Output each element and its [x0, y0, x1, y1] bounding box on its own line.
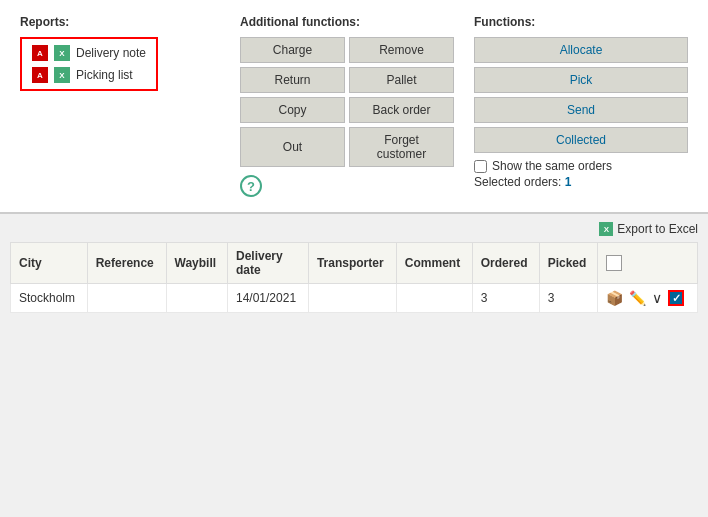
reports-panel: Reports: A X Delivery note A X Picking l…	[10, 10, 230, 202]
functions-buttons: Allocate Pick Send Collected	[474, 37, 688, 153]
cell-delivery-date: 14/01/2021	[228, 284, 309, 313]
show-same-orders-checkbox[interactable]	[474, 160, 487, 173]
table-header-row: City Reference Waybill Deliverydate Tran…	[11, 243, 698, 284]
pdf-icon-delivery: A	[32, 45, 48, 61]
help-button[interactable]: ?	[240, 175, 262, 197]
cell-picked: 3	[539, 284, 598, 313]
excel-icon: X	[599, 222, 613, 236]
cell-actions: 📦 ✏️ ∨	[598, 284, 698, 313]
charge-button[interactable]: Charge	[240, 37, 345, 63]
col-waybill: Waybill	[166, 243, 228, 284]
chevron-down-icon[interactable]: ∨	[652, 290, 662, 306]
selected-orders-count: 1	[565, 175, 572, 189]
selected-orders-row: Selected orders: 1	[474, 175, 688, 189]
cell-ordered: 3	[472, 284, 539, 313]
col-city: City	[11, 243, 88, 284]
export-row: X Export to Excel	[10, 222, 698, 236]
row-actions: 📦 ✏️ ∨	[606, 290, 689, 306]
reports-box: A X Delivery note A X Picking list	[20, 37, 158, 91]
delivery-note-item[interactable]: A X Delivery note	[32, 45, 146, 61]
col-picked: Picked	[539, 243, 598, 284]
forget-customer-button[interactable]: Forget customer	[349, 127, 454, 167]
picking-list-label: Picking list	[76, 68, 133, 82]
selected-orders-label: Selected orders:	[474, 175, 561, 189]
functions-panel: Functions: Allocate Pick Send Collected …	[464, 10, 698, 202]
delivery-note-label: Delivery note	[76, 46, 146, 60]
bottom-section: X Export to Excel City Reference Waybill…	[0, 214, 708, 321]
additional-buttons-grid: Charge Remove Return Pallet Copy Back or…	[240, 37, 454, 167]
col-delivery-date: Deliverydate	[228, 243, 309, 284]
send-button[interactable]: Send	[474, 97, 688, 123]
export-label: Export to Excel	[617, 222, 698, 236]
pdf-icon-picking: A	[32, 67, 48, 83]
col-ordered: Ordered	[472, 243, 539, 284]
package-icon[interactable]: 📦	[606, 290, 623, 306]
remove-button[interactable]: Remove	[349, 37, 454, 63]
pencil-icon[interactable]: ✏️	[629, 290, 646, 306]
col-transporter: Transporter	[308, 243, 396, 284]
cell-reference	[87, 284, 166, 313]
header-checkbox[interactable]	[606, 255, 622, 271]
allocate-button[interactable]: Allocate	[474, 37, 688, 63]
reports-title: Reports:	[20, 15, 220, 29]
pallet-button[interactable]: Pallet	[349, 67, 454, 93]
cell-transporter	[308, 284, 396, 313]
row-checkbox[interactable]	[668, 290, 684, 306]
orders-table: City Reference Waybill Deliverydate Tran…	[10, 242, 698, 313]
collected-button[interactable]: Collected	[474, 127, 688, 153]
pick-button[interactable]: Pick	[474, 67, 688, 93]
col-comment: Comment	[396, 243, 472, 284]
cell-waybill	[166, 284, 228, 313]
copy-button[interactable]: Copy	[240, 97, 345, 123]
table-row: Stockholm 14/01/2021 3 3 📦 ✏️ ∨	[11, 284, 698, 313]
cell-comment	[396, 284, 472, 313]
show-same-orders-row: Show the same orders	[474, 159, 688, 173]
return-button[interactable]: Return	[240, 67, 345, 93]
out-button[interactable]: Out	[240, 127, 345, 167]
additional-functions-panel: Additional functions: Charge Remove Retu…	[230, 10, 464, 202]
col-reference: Reference	[87, 243, 166, 284]
xls-icon-delivery: X	[54, 45, 70, 61]
back-order-button[interactable]: Back order	[349, 97, 454, 123]
show-same-orders-label: Show the same orders	[492, 159, 612, 173]
picking-list-item[interactable]: A X Picking list	[32, 67, 146, 83]
additional-title: Additional functions:	[240, 15, 454, 29]
xls-icon-picking: X	[54, 67, 70, 83]
cell-city: Stockholm	[11, 284, 88, 313]
col-actions	[598, 243, 698, 284]
functions-title: Functions:	[474, 15, 688, 29]
export-to-excel-link[interactable]: X Export to Excel	[599, 222, 698, 236]
